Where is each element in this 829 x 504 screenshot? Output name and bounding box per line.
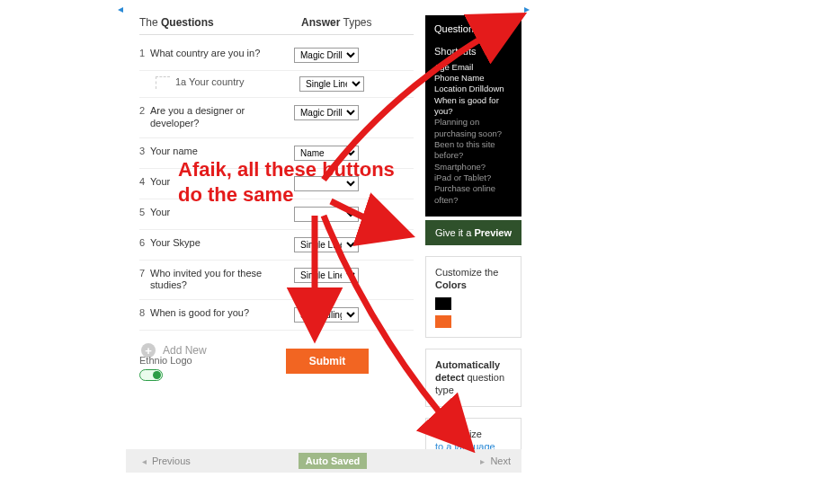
col-a-bold: Answer <box>301 16 340 29</box>
answer-type-select[interactable]: Single Line <box>294 237 359 252</box>
shortcuts-title: Question <box>434 22 513 36</box>
shortcut-item[interactable]: iPad or Tablet? <box>434 172 513 183</box>
question-row[interactable]: 3 Your name Name <box>139 138 414 169</box>
question-number: 4 <box>139 176 150 187</box>
panel-chevron-right[interactable]: ▸ <box>524 3 533 12</box>
shortcut-item[interactable]: Purchase online often? <box>434 183 513 206</box>
answer-type-select[interactable] <box>294 207 359 222</box>
answer-type-select[interactable]: Magic Drill D <box>294 105 359 120</box>
question-row[interactable]: 4 Your <box>139 169 414 199</box>
question-number: 1 <box>139 48 150 58</box>
color-swatch-orange[interactable] <box>435 315 451 328</box>
question-shortcuts-panel: Question Shortcuts Age Email Phone Name … <box>425 15 521 217</box>
question-number: 2 <box>139 105 150 116</box>
next-label: Next <box>490 455 511 466</box>
branch-icon <box>156 76 170 89</box>
col-q-prefix: The <box>139 16 161 29</box>
question-number: 7 <box>139 268 150 279</box>
answer-type-select[interactable]: Magic Drill D <box>294 48 359 63</box>
shortcut-item[interactable]: Location Drilldown <box>434 84 513 94</box>
chevron-right-icon: ▸ <box>480 456 485 466</box>
sub-question-text: 1a Your country <box>175 76 299 92</box>
question-text: Your <box>150 176 294 189</box>
question-number: 3 <box>139 146 150 156</box>
language-line1: Customize <box>435 428 512 440</box>
shortcut-item[interactable]: Phone Name <box>434 73 513 84</box>
question-row[interactable]: 7 Who invited you for these studies? Sin… <box>139 261 414 301</box>
question-text: Who invited you for these studies? <box>150 268 294 293</box>
next-button[interactable]: ▸Next <box>475 455 511 466</box>
footer-bar: ◂Previous Auto Saved ▸Next <box>126 449 521 473</box>
question-text: Your <box>150 207 294 219</box>
answer-type-select[interactable]: Name <box>294 146 359 161</box>
chevron-left-icon: ◂ <box>142 456 147 466</box>
shortcuts-subtitle: Shortcuts <box>434 45 513 58</box>
answer-type-select[interactable]: Single Line <box>299 76 364 92</box>
shortcut-item[interactable]: Age Email <box>434 62 513 73</box>
colors-card[interactable]: Customize the Colors <box>425 256 521 338</box>
logo-toggle[interactable] <box>139 369 163 381</box>
answer-type-select[interactable]: Single Line <box>294 268 359 283</box>
answer-type-select[interactable] <box>294 176 359 191</box>
question-row[interactable]: 8 When is good for you? Scheduling <box>139 300 414 331</box>
question-row[interactable]: 1 What country are you in? Magic Drill D <box>139 40 414 71</box>
questions-table: The Questions Answer Types 1 What countr… <box>139 16 414 358</box>
question-row[interactable]: 5 Your <box>139 199 414 230</box>
question-text: What country are you in? <box>150 48 294 60</box>
question-number: 8 <box>139 307 150 318</box>
preview-button[interactable]: Give it a Preview <box>425 220 521 245</box>
shortcut-item[interactable]: Been to this site before? <box>434 139 513 162</box>
question-row[interactable]: 6 Your Skype Single Line <box>139 230 414 261</box>
autodetect-card[interactable]: Automatically detect question type <box>425 349 521 407</box>
colors-line2: Colors <box>435 279 467 290</box>
previous-label: Previous <box>152 455 191 466</box>
question-text: When is good for you? <box>150 307 294 320</box>
answer-type-select[interactable]: Scheduling <box>294 307 359 323</box>
question-text: Are you a designer or developer? <box>150 105 294 130</box>
question-number: 5 <box>139 207 150 217</box>
previous-button[interactable]: ◂Previous <box>137 455 191 466</box>
shortcut-item[interactable]: When is good for you? <box>434 95 513 118</box>
panel-chevron-left[interactable]: ◂ <box>118 3 127 12</box>
question-number: 6 <box>139 237 150 248</box>
sub-question-row[interactable]: 1a Your country Single Line <box>139 71 414 98</box>
right-sidebar: Question Shortcuts Age Email Phone Name … <box>425 15 521 463</box>
color-swatch-black[interactable] <box>435 297 451 310</box>
colors-line1: Customize the <box>435 266 512 279</box>
ethnio-logo-label: Ethnio Logo <box>139 355 192 366</box>
preview-btn-bold: Preview <box>474 227 512 238</box>
questions-header: The Questions Answer Types <box>139 16 414 35</box>
submit-button[interactable]: Submit <box>286 349 369 374</box>
shortcut-item[interactable]: Planning on purchasing soon? <box>434 117 513 139</box>
shortcut-item[interactable]: Smartphone? <box>434 162 513 172</box>
autosave-badge: Auto Saved <box>299 453 368 469</box>
preview-btn-prefix: Give it a <box>435 227 474 238</box>
question-text: Your Skype <box>150 237 294 250</box>
ethnio-logo-block: Ethnio Logo <box>139 355 192 381</box>
annotation-arrows <box>0 0 829 504</box>
col-a-suffix: Types <box>340 16 371 29</box>
question-text: Your name <box>150 146 294 158</box>
question-row[interactable]: 2 Are you a designer or developer? Magic… <box>139 98 414 138</box>
col-q-bold: Questions <box>161 16 214 29</box>
